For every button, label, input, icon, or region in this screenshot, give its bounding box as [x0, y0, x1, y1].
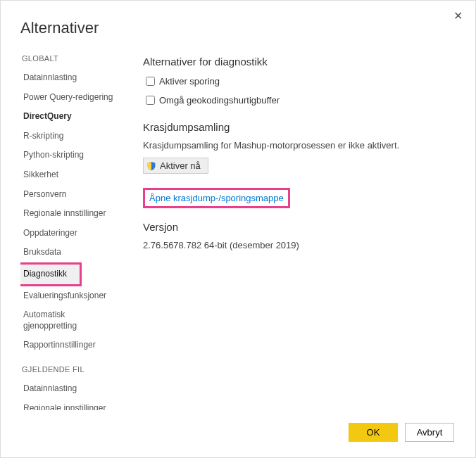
open-folder-row: Åpne krasjdump-/sporingsmappe: [143, 188, 460, 208]
version-heading: Versjon: [143, 221, 460, 233]
activate-now-button[interactable]: Aktiver nå: [143, 158, 208, 174]
dialog-title: Alternativer: [1, 1, 475, 44]
diagnostics-options-heading: Alternativer for diagnostikk: [143, 56, 460, 68]
crashdump-heading: Krasjdumpsamling: [143, 121, 460, 133]
sidebar-item-bruksdata[interactable]: Bruksdata: [20, 243, 118, 262]
sidebar-item-datainnlasting[interactable]: Datainnlasting: [20, 68, 118, 88]
open-crashdump-folder-link[interactable]: Åpne krasjdump-/sporingsmappe: [149, 193, 284, 203]
close-icon: ✕: [453, 10, 463, 22]
sidebar-section-global: GLOBALT: [22, 54, 118, 63]
sidebar-item-automatisk-gjenoppretting[interactable]: Automatisk gjenoppretting: [20, 305, 118, 336]
sidebar-item-evalueringsfunksjoner[interactable]: Evalueringsfunksjoner: [20, 286, 118, 306]
version-text: 2.76.5678.782 64-bit (desember 2019): [143, 240, 460, 250]
sidebar-item-regionale-innstillinger[interactable]: Regionale innstillinger: [20, 399, 118, 411]
cancel-button[interactable]: Avbryt: [405, 423, 454, 442]
bypass-geocoding-label: Omgå geokodingshurtigbuffer: [159, 95, 280, 106]
content-panel: Alternativer for diagnostikk Aktiver spo…: [120, 44, 467, 410]
enable-tracing-checkbox[interactable]: [146, 77, 155, 86]
bypass-geocoding-row[interactable]: Omgå geokodingshurtigbuffer: [143, 94, 460, 107]
button-bar: OK Avbryt: [349, 423, 454, 442]
enable-tracing-row[interactable]: Aktiver sporing: [143, 75, 460, 88]
sidebar-item-directquery[interactable]: DirectQuery: [20, 107, 118, 127]
bypass-geocoding-checkbox[interactable]: [146, 96, 155, 105]
sidebar-item-diagnostikk[interactable]: Diagnostikk: [20, 265, 80, 284]
sidebar-item-regionale-innstillinger[interactable]: Regionale innstillinger: [20, 204, 118, 224]
enable-tracing-label: Aktiver sporing: [159, 76, 220, 87]
sidebar-item-rapportinnstillinger[interactable]: Rapportinnstillinger: [20, 336, 118, 355]
ok-button[interactable]: OK: [349, 423, 398, 442]
sidebar-section-currentfile: GJELDENDE FIL: [22, 365, 118, 374]
sidebar-item-datainnlasting[interactable]: Datainnlasting: [20, 379, 118, 399]
sidebar[interactable]: GLOBALT DatainnlastingPower Query-redige…: [20, 44, 120, 410]
dialog-body: GLOBALT DatainnlastingPower Query-redige…: [1, 44, 475, 410]
crashdump-status: Krasjdumpsamling for Mashup-motorprosess…: [143, 140, 460, 151]
activate-now-label: Aktiver nå: [160, 160, 201, 171]
sidebar-item-sikkerhet[interactable]: Sikkerhet: [20, 165, 118, 185]
sidebar-item-power-query-redigering[interactable]: Power Query-redigering: [20, 88, 118, 108]
close-button[interactable]: ✕: [453, 9, 463, 23]
sidebar-item-personvern[interactable]: Personvern: [20, 185, 118, 205]
highlight-open-folder: Åpne krasjdump-/sporingsmappe: [143, 188, 290, 208]
highlight-diagnostikk: Diagnostikk: [20, 262, 82, 286]
sidebar-item-python-skripting[interactable]: Python-skripting: [20, 146, 118, 165]
sidebar-item-r-skripting[interactable]: R-skripting: [20, 127, 118, 146]
sidebar-item-oppdateringer[interactable]: Oppdateringer: [20, 224, 118, 243]
shield-icon: [146, 161, 156, 171]
